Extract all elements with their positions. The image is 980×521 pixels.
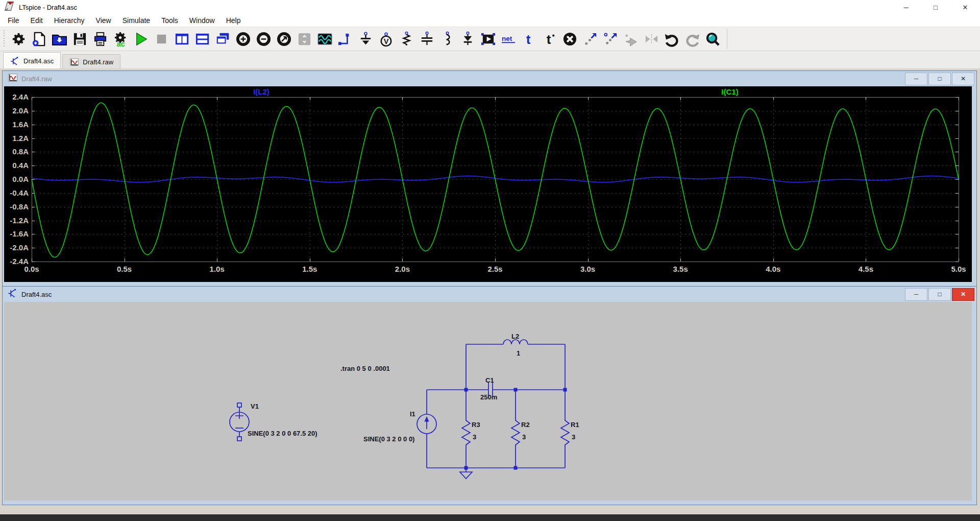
svg-text:ac: ac (116, 40, 125, 47)
schematic-close-button[interactable]: ✕ (952, 288, 974, 301)
window-title: LTspice - Draft4.asc (19, 4, 77, 11)
l2-value[interactable]: 1 (517, 349, 520, 357)
junction-dot (514, 388, 518, 392)
svg-text:net: net (501, 35, 512, 42)
trace-plot (4, 86, 972, 282)
r1-value[interactable]: 3 (572, 433, 575, 441)
run-button[interactable] (131, 28, 151, 50)
move-button[interactable] (600, 28, 621, 50)
paste-button[interactable] (621, 28, 641, 50)
tab-draft4.raw[interactable]: Draft4.raw (62, 54, 120, 69)
draw-wire-button[interactable] (335, 28, 355, 50)
maximize-button[interactable]: □ (921, 0, 950, 14)
zoom-in-button[interactable] (233, 28, 253, 50)
pan-button[interactable] (294, 28, 314, 50)
waveform-doc-icon (8, 73, 18, 84)
cascade-windows-button[interactable] (212, 28, 233, 50)
schematic-window-titlebar[interactable]: Draft4.asc ─ □ ✕ (4, 287, 975, 302)
inductor-button[interactable] (437, 28, 457, 50)
tab-bar: Draft4.ascDraft4.raw (0, 51, 980, 70)
control-panel-button[interactable] (8, 28, 29, 50)
junction-dot (464, 388, 468, 392)
schematic-window-title: Draft4.asc (21, 291, 52, 298)
resistor-button[interactable] (396, 28, 416, 50)
component-button[interactable] (478, 28, 498, 50)
junction-dot (514, 466, 518, 470)
v1-label[interactable]: V1 (251, 402, 259, 410)
waveform-pane-button[interactable] (314, 28, 335, 50)
menu-help[interactable]: Help (220, 16, 247, 25)
new-schematic-button[interactable] (29, 28, 49, 50)
waveform-maximize-button[interactable]: □ (928, 73, 951, 85)
print-button[interactable] (90, 28, 110, 50)
resistor-r2-symbol (511, 390, 520, 468)
menu-view[interactable]: View (90, 16, 117, 25)
zoom-area-button[interactable] (702, 28, 723, 50)
schematic-doc-icon (8, 289, 18, 300)
c1-value[interactable]: 250m (480, 393, 497, 401)
app-icon (4, 1, 14, 13)
zoom-out-button[interactable] (253, 28, 274, 50)
zoom-full-extents-button[interactable] (274, 28, 294, 50)
ground-button[interactable] (355, 28, 376, 50)
toolbar: acVnettt (0, 27, 980, 51)
waveform-minimize-button[interactable]: ─ (905, 73, 927, 85)
tab-label: Draft4.asc (23, 57, 54, 65)
r1-label[interactable]: R1 (571, 421, 579, 429)
label-net-button[interactable]: V (376, 28, 396, 50)
svg-text:t: t (546, 32, 551, 47)
l2-label[interactable]: L2 (511, 333, 519, 340)
toolbar-grip[interactable] (4, 30, 6, 48)
resistor-r3-symbol (462, 390, 470, 468)
r3-value[interactable]: 3 (473, 433, 476, 441)
waveform-window-titlebar[interactable]: Draft4.raw ─ □ ✕ (4, 71, 975, 86)
tile-vertical-button[interactable] (172, 28, 192, 50)
schematic-minimize-button[interactable]: ─ (905, 288, 927, 301)
copy-button[interactable] (580, 28, 600, 50)
c1-label[interactable]: C1 (485, 376, 494, 384)
i1-value[interactable]: SINE(0 3 2 0 0 0) (363, 435, 414, 443)
menu-hierarchy[interactable]: Hierarchy (48, 16, 90, 25)
tab-draft4.asc[interactable]: Draft4.asc (3, 52, 61, 69)
halt-button[interactable] (151, 28, 172, 50)
i1-label[interactable]: I1 (410, 410, 415, 418)
delete-button[interactable] (559, 28, 580, 50)
svg-text:t: t (526, 32, 530, 47)
r3-label[interactable]: R3 (472, 421, 480, 429)
minimize-button[interactable]: ─ (891, 0, 921, 14)
edit-simulation-command-button[interactable]: ac (110, 28, 131, 50)
svg-text:V: V (383, 37, 388, 45)
spice-directive-text[interactable]: .tran 0 5 0 .0001 (340, 365, 390, 372)
redo-button[interactable] (682, 28, 702, 50)
r2-value[interactable]: 3 (522, 433, 526, 441)
schematic-maximize-button[interactable]: □ (928, 288, 951, 301)
r2-label[interactable]: R2 (521, 421, 530, 429)
diode-button[interactable] (457, 28, 478, 50)
mirror-button[interactable] (641, 28, 662, 50)
menu-tools[interactable]: Tools (156, 16, 184, 25)
text-button[interactable]: t (519, 28, 539, 50)
undo-button[interactable] (662, 28, 682, 50)
menu-edit[interactable]: Edit (25, 16, 48, 25)
titlebar: LTspice - Draft4.asc ─ □ ✕ (0, 0, 980, 14)
menu-simulate[interactable]: Simulate (117, 16, 156, 25)
open-button[interactable] (49, 28, 69, 50)
save-button[interactable] (69, 28, 90, 50)
v1-value[interactable]: SINE(0 3 2 0 0 67.5 20) (248, 430, 317, 437)
tab-label: Draft4.raw (83, 58, 113, 66)
waveform-plot-pane[interactable]: 2.4A2.0A1.6A1.2A0.8A0.4A0.0A-0.4A-0.8A-1… (4, 86, 972, 282)
schematic-window: Draft4.asc ─ □ ✕ (2, 286, 977, 505)
schematic-canvas[interactable]: .tran 0 5 0 .0001 V1 SINE(0 3 2 0 0 67.5… (4, 302, 972, 501)
close-button[interactable]: ✕ (950, 0, 980, 14)
mdi-area: Draft4.raw ─ □ ✕ 2.4A2.0A1.6A1.2A0.8A0.4… (0, 68, 980, 521)
circuit-drawing (4, 302, 972, 501)
capacitor-button[interactable] (416, 28, 437, 50)
waveform-close-button[interactable]: ✕ (952, 73, 974, 85)
net-label-button[interactable]: net (498, 28, 519, 50)
spice-directive-button[interactable]: t (539, 28, 559, 50)
menu-file[interactable]: File (2, 16, 25, 25)
waveform-window-title: Draft4.raw (21, 75, 52, 83)
resistor-r1-symbol (561, 390, 569, 468)
tile-horizontal-button[interactable] (192, 28, 212, 50)
menu-window[interactable]: Window (184, 16, 220, 25)
